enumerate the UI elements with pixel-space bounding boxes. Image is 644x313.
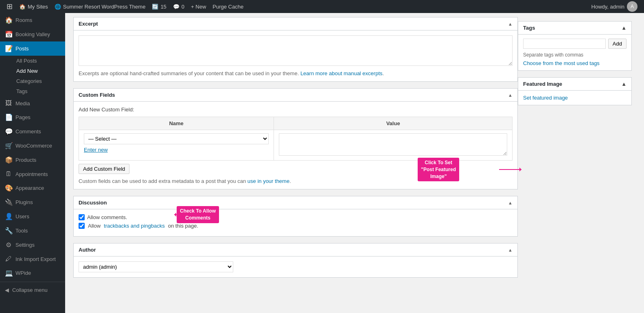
pages-icon: 📄	[5, 113, 12, 121]
excerpt-toggle-icon[interactable]: ▲	[508, 22, 513, 26]
featured-image-panel-body: Set featured image	[518, 91, 631, 105]
submenu-add-new[interactable]: Add New	[0, 66, 65, 76]
sidebar-item-tools[interactable]: 🔧 Tools	[0, 224, 65, 238]
sidebar-item-label: Tools	[15, 228, 28, 234]
excerpt-textarea[interactable]	[79, 35, 513, 66]
user-menu[interactable]: Howdy, admin A	[588, 1, 641, 12]
tags-panel-body: Add Separate tags with commas Choose fro…	[518, 35, 631, 70]
allow-trackbacks-row: Allow trackbacks and pingbacks on this p…	[79, 223, 513, 229]
allow-comments-checkbox[interactable]	[79, 214, 85, 220]
sidebar-item-plugins[interactable]: 🔌 Plugins	[0, 195, 65, 209]
author-toggle-icon[interactable]: ▲	[508, 248, 513, 252]
updates-menu[interactable]: 🔄 15	[149, 0, 169, 13]
allow-trackbacks-checkbox[interactable]	[79, 223, 85, 229]
author-metabox-body: admin (admin)	[74, 256, 517, 277]
cf-enter-new-link[interactable]: Enter new	[84, 147, 108, 153]
plugins-icon: 🔌	[5, 198, 12, 206]
add-custom-field-button[interactable]: Add Custom Field	[79, 164, 129, 174]
sidebar-item-label: Ink Import Export	[15, 256, 56, 262]
site-name-menu[interactable]: 🌐 Summer Resort WordPress Theme	[51, 0, 149, 13]
cf-select-wrap: — Select —	[84, 133, 269, 144]
tags-panel: Tags ▲ Add Separate tags with commas Cho…	[518, 21, 632, 71]
excerpt-metabox: Excerpt ▲ Excerpts are optional hand-cra…	[73, 17, 518, 82]
tags-panel-header[interactable]: Tags ▲	[518, 22, 631, 35]
sidebar-item-settings[interactable]: ⚙ Settings	[0, 238, 65, 252]
my-sites-menu[interactable]: 🏠 My Sites	[16, 0, 51, 13]
trackbacks-link[interactable]: trackbacks and pingbacks	[104, 223, 165, 229]
excerpt-title: Excerpt	[79, 21, 98, 27]
wp-logo-icon[interactable]: ⊞	[3, 0, 16, 13]
sidebar-item-users[interactable]: 👤 Users	[0, 209, 65, 224]
sidebar-item-label: Products	[15, 157, 36, 163]
sidebar-item-label: Appearance	[15, 185, 44, 191]
cf-use-in-theme-link[interactable]: use in your theme	[248, 178, 289, 184]
collapse-menu-button[interactable]: ◀ Collapse menu	[0, 284, 65, 296]
posts-icon: 📝	[5, 45, 12, 52]
custom-fields-metabox-header[interactable]: Custom Fields ▲	[74, 89, 517, 102]
tags-input[interactable]	[523, 39, 606, 49]
discussion-toggle-icon[interactable]: ▲	[508, 200, 513, 205]
sidebar-item-comments[interactable]: 💬 Comments	[0, 124, 65, 139]
sidebar-item-rooms[interactable]: 🏠 Rooms	[0, 13, 65, 27]
cf-value-textarea[interactable]	[279, 133, 507, 156]
sidebar-item-woocommerce[interactable]: 🛒 WooCommerce	[0, 139, 65, 153]
submenu-categories[interactable]: Categories	[0, 76, 65, 86]
main-left-column: Excerpt ▲ Excerpts are optional hand-cra…	[73, 17, 518, 284]
tags-toggle-icon[interactable]: ▲	[621, 25, 626, 31]
discussion-metabox-header[interactable]: Discussion ▲	[74, 196, 517, 209]
comments-menu[interactable]: 💬 0	[170, 0, 188, 13]
sidebar-item-posts[interactable]: 📝 Posts ◀	[0, 41, 65, 56]
purge-cache-button[interactable]: Purge Cache	[209, 0, 247, 13]
add-new-label: Add New	[16, 68, 38, 74]
custom-fields-toggle-icon[interactable]: ▲	[508, 93, 513, 98]
menu-separator	[0, 282, 65, 282]
posts-arrow-icon: ◀	[58, 46, 61, 51]
sidebar-item-appointments[interactable]: 🗓 Appointments	[0, 167, 65, 181]
author-select[interactable]: admin (admin)	[79, 261, 233, 272]
sidebar-item-label: Media	[15, 100, 30, 107]
cf-table-row: — Select — Enter new	[79, 130, 513, 161]
appearance-icon: 🎨	[5, 184, 12, 192]
new-content-menu[interactable]: + New	[188, 0, 209, 13]
sidebar-item-pages[interactable]: 📄 Pages	[0, 110, 65, 124]
sidebar-item-wpide[interactable]: 💻 WPide	[0, 266, 65, 280]
purge-cache-label: Purge Cache	[212, 4, 243, 10]
sidebar-item-appearance[interactable]: 🎨 Appearance	[0, 181, 65, 195]
custom-fields-title: Custom Fields	[79, 92, 115, 98]
sidebar-item-label: Plugins	[15, 199, 33, 205]
tags-most-used-link[interactable]: Choose from the most used tags	[523, 60, 600, 66]
sidebar-item-label: Settings	[15, 242, 35, 248]
excerpt-metabox-header[interactable]: Excerpt ▲	[74, 17, 517, 30]
cf-col-value: Value	[274, 117, 513, 130]
allow-comments-row: Allow comments. Check To AllowComments	[79, 214, 513, 220]
trackbacks-suffix: on this page.	[168, 223, 198, 229]
sidebar-item-ink-import-export[interactable]: 🖊 Ink Import Export	[0, 252, 65, 266]
author-metabox-header[interactable]: Author ▲	[74, 243, 517, 256]
featured-image-panel-header[interactable]: Featured Image ▲	[518, 78, 631, 91]
author-metabox: Author ▲ admin (admin)	[73, 243, 518, 278]
tools-icon: 🔧	[5, 227, 12, 235]
collapse-icon: ◀	[5, 287, 9, 293]
sidebar-item-booking-valley[interactable]: 📅 Booking Valley	[0, 27, 65, 41]
submenu-all-posts[interactable]: All Posts	[0, 56, 65, 66]
allow-trackbacks-label: Allow	[88, 223, 101, 229]
categories-label: Categories	[16, 78, 42, 84]
cf-note-text: Custom fields can be used to add extra m…	[79, 178, 246, 184]
set-featured-image-link[interactable]: Set featured image	[523, 95, 568, 101]
settings-icon: ⚙	[5, 241, 12, 249]
featured-image-toggle-icon[interactable]: ▲	[621, 81, 626, 87]
callout-arrow-left	[174, 214, 191, 215]
sidebar-item-media[interactable]: 🖼 Media	[0, 96, 65, 110]
sidebar-item-products[interactable]: 📦 Products	[0, 153, 65, 167]
my-sites-label: My Sites	[28, 4, 48, 10]
submenu-tags[interactable]: Tags	[0, 86, 65, 96]
tags-add-button[interactable]: Add	[608, 39, 626, 49]
tags-note: Separate tags with commas	[523, 52, 626, 58]
custom-fields-table: Name Value — Select —	[79, 117, 513, 161]
discussion-metabox-body: Allow comments. Check To AllowComments	[74, 209, 517, 236]
excerpt-learn-more-link[interactable]: Learn more about manual excerpts	[300, 70, 383, 76]
sidebar-item-label: Booking Valley	[15, 31, 50, 37]
sidebar-item-label: Comments	[15, 128, 41, 135]
cf-select[interactable]: — Select —	[84, 133, 269, 144]
all-posts-label: All Posts	[16, 58, 37, 64]
